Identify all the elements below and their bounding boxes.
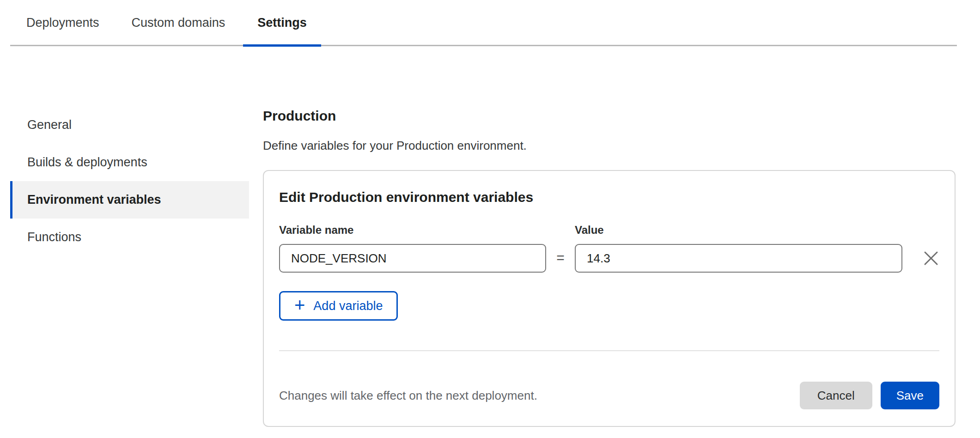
- add-variable-button[interactable]: + Add variable: [279, 291, 398, 321]
- edit-variables-card: Edit Production environment variables Va…: [263, 170, 956, 427]
- equals-sign: =: [546, 251, 575, 265]
- value-label: Value: [575, 225, 902, 236]
- tab-custom-domains[interactable]: Custom domains: [132, 0, 225, 45]
- tab-bar: Deployments Custom domains Settings: [10, 0, 957, 46]
- variable-row: Variable name = Value: [279, 225, 939, 273]
- remove-variable-button[interactable]: [923, 250, 939, 267]
- add-variable-label: Add variable: [313, 299, 383, 313]
- close-icon: [923, 250, 939, 266]
- card-footer: Changes will take effect on the next dep…: [279, 382, 939, 409]
- sidebar-item-general[interactable]: General: [10, 106, 249, 144]
- variable-name-label: Variable name: [279, 225, 546, 236]
- variable-name-field-group: Variable name: [279, 225, 546, 273]
- card-divider: [279, 350, 939, 351]
- section-description: Define variables for your Production env…: [263, 139, 956, 153]
- settings-sidebar: General Builds & deployments Environment…: [10, 106, 249, 256]
- tab-deployments[interactable]: Deployments: [26, 0, 99, 45]
- settings-content: General Builds & deployments Environment…: [0, 46, 980, 427]
- variable-name-input[interactable]: [279, 244, 546, 273]
- footer-note: Changes will take effect on the next dep…: [279, 389, 800, 403]
- sidebar-item-builds-deployments[interactable]: Builds & deployments: [10, 144, 249, 181]
- section-title: Production: [263, 108, 956, 124]
- variable-value-field-group: Value: [575, 225, 902, 273]
- sidebar-item-functions[interactable]: Functions: [10, 219, 249, 256]
- save-button[interactable]: Save: [881, 382, 939, 409]
- cancel-button[interactable]: Cancel: [800, 382, 872, 409]
- sidebar-item-environment-variables[interactable]: Environment variables: [10, 181, 249, 219]
- tab-settings[interactable]: Settings: [257, 0, 307, 45]
- card-title: Edit Production environment variables: [279, 189, 939, 205]
- environment-variables-panel: Production Define variables for your Pro…: [263, 106, 956, 427]
- variable-value-input[interactable]: [575, 244, 902, 273]
